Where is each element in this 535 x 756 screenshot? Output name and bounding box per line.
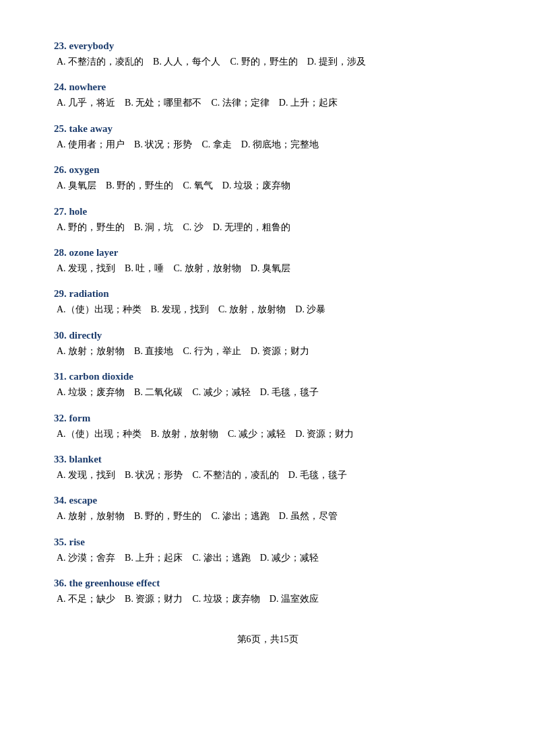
- questions-container: 23. everybodyA. 不整洁的，凌乱的 B. 人人，每个人 C. 野的…: [54, 40, 481, 607]
- question-options-q24: A. 几乎，将近 B. 无处；哪里都不 C. 法律；定律 D. 上升；起床: [54, 96, 481, 110]
- question-title-q36: 36. the greenhouse effect: [54, 578, 481, 589]
- question-options-q23: A. 不整洁的，凌乱的 B. 人人，每个人 C. 野的，野生的 D. 提到，涉及: [54, 55, 481, 69]
- question-block-q27: 27. holeA. 野的，野生的 B. 洞，坑 C. 沙 D. 无理的，粗鲁的: [54, 206, 481, 235]
- question-block-q30: 30. directlyA. 放射；放射物 B. 直接地 C. 行为，举止 D.…: [54, 330, 481, 359]
- question-title-q28: 28. ozone layer: [54, 247, 481, 259]
- question-block-q24: 24. nowhereA. 几乎，将近 B. 无处；哪里都不 C. 法律；定律 …: [54, 81, 481, 110]
- question-options-q35: A. 沙漠；舍弃 B. 上升；起床 C. 渗出；逃跑 D. 减少；减轻: [54, 551, 481, 565]
- question-options-q31: A. 垃圾；废弃物 B. 二氧化碳 C. 减少；减轻 D. 毛毯，毯子: [54, 385, 481, 400]
- question-title-q24: 24. nowhere: [54, 81, 481, 93]
- footer-text: 第6页，共15页: [237, 634, 298, 644]
- question-options-q36: A. 不足；缺少 B. 资源；财力 C. 垃圾；废弃物 D. 温室效应: [54, 592, 481, 607]
- question-options-q33: A. 发现，找到 B. 状况；形势 C. 不整洁的，凌乱的 D. 毛毯，毯子: [54, 468, 481, 483]
- question-block-q29: 29. radiationA.（使）出现；种类 B. 发现，找到 C. 放射，放…: [54, 288, 481, 317]
- question-block-q32: 32. formA.（使）出现；种类 B. 放射，放射物 C. 减少；减轻 D.…: [54, 413, 481, 442]
- question-block-q31: 31. carbon dioxideA. 垃圾；废弃物 B. 二氧化碳 C. 减…: [54, 371, 481, 400]
- question-title-q25: 25. take away: [54, 123, 481, 135]
- question-title-q31: 31. carbon dioxide: [54, 371, 481, 382]
- question-block-q36: 36. the greenhouse effectA. 不足；缺少 B. 资源；…: [54, 578, 481, 607]
- question-block-q35: 35. riseA. 沙漠；舍弃 B. 上升；起床 C. 渗出；逃跑 D. 减少…: [54, 537, 481, 565]
- question-options-q28: A. 发现，找到 B. 吐，唾 C. 放射，放射物 D. 臭氧层: [54, 261, 481, 276]
- question-options-q29: A.（使）出现；种类 B. 发现，找到 C. 放射，放射物 D. 沙暴: [54, 302, 481, 317]
- question-options-q27: A. 野的，野生的 B. 洞，坑 C. 沙 D. 无理的，粗鲁的: [54, 220, 481, 235]
- question-options-q30: A. 放射；放射物 B. 直接地 C. 行为，举止 D. 资源；财力: [54, 344, 481, 359]
- question-options-q32: A.（使）出现；种类 B. 放射，放射物 C. 减少；减轻 D. 资源；财力: [54, 427, 481, 442]
- question-block-q33: 33. blanketA. 发现，找到 B. 状况；形势 C. 不整洁的，凌乱的…: [54, 454, 481, 483]
- question-title-q32: 32. form: [54, 413, 481, 424]
- question-title-q23: 23. everybody: [54, 40, 481, 52]
- question-title-q29: 29. radiation: [54, 288, 481, 300]
- question-title-q26: 26. oxygen: [54, 164, 481, 176]
- question-options-q25: A. 使用者；用户 B. 状况；形势 C. 拿走 D. 彻底地；完整地: [54, 137, 481, 152]
- question-title-q33: 33. blanket: [54, 454, 481, 465]
- question-block-q23: 23. everybodyA. 不整洁的，凌乱的 B. 人人，每个人 C. 野的…: [54, 40, 481, 69]
- question-title-q27: 27. hole: [54, 206, 481, 217]
- question-title-q30: 30. directly: [54, 330, 481, 341]
- question-options-q34: A. 放射，放射物 B. 野的，野生的 C. 渗出；逃跑 D. 虽然，尽管: [54, 509, 481, 524]
- question-title-q35: 35. rise: [54, 537, 481, 548]
- question-options-q26: A. 臭氧层 B. 野的，野生的 C. 氧气 D. 垃圾；废弃物: [54, 178, 481, 193]
- question-block-q25: 25. take awayA. 使用者；用户 B. 状况；形势 C. 拿走 D.…: [54, 123, 481, 152]
- question-block-q34: 34. escapeA. 放射，放射物 B. 野的，野生的 C. 渗出；逃跑 D…: [54, 495, 481, 524]
- question-title-q34: 34. escape: [54, 495, 481, 506]
- question-block-q28: 28. ozone layerA. 发现，找到 B. 吐，唾 C. 放射，放射物…: [54, 247, 481, 276]
- page-footer: 第6页，共15页: [54, 633, 481, 646]
- question-block-q26: 26. oxygenA. 臭氧层 B. 野的，野生的 C. 氧气 D. 垃圾；废…: [54, 164, 481, 193]
